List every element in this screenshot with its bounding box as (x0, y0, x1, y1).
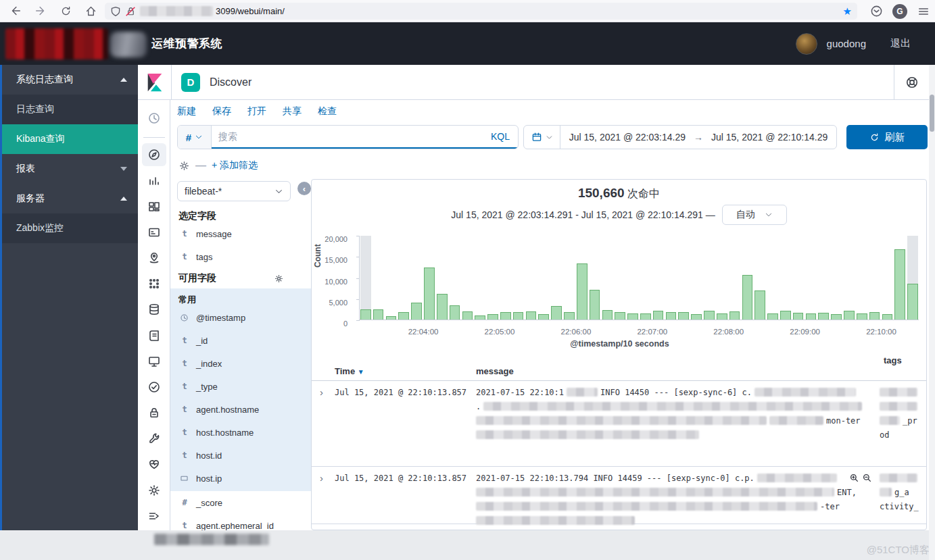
histogram-bar[interactable] (831, 314, 842, 320)
discover-compass-icon[interactable] (142, 143, 166, 166)
histogram-bar[interactable] (500, 312, 511, 320)
histogram-bar[interactable] (526, 311, 537, 320)
histogram-bar[interactable] (844, 311, 855, 320)
field-item-@timestamp[interactable]: @timestamp (170, 306, 311, 329)
sidebar-item-2[interactable]: 日志查询 (0, 95, 138, 124)
magnifier-minus-icon[interactable] (862, 473, 872, 483)
kibana-logo-icon[interactable] (145, 72, 165, 93)
histogram-bar[interactable] (691, 314, 702, 320)
user-avatar[interactable] (796, 33, 817, 55)
reload-icon[interactable] (56, 2, 75, 20)
discover-menu-link-4[interactable]: 共享 (283, 105, 302, 118)
field-item-_score[interactable]: #_score (170, 491, 311, 514)
histogram-bar[interactable] (793, 313, 804, 320)
stack-monitoring-icon[interactable] (142, 453, 166, 476)
filter-settings-gear-icon[interactable] (178, 160, 190, 172)
page-scrollbar[interactable] (929, 65, 935, 560)
pocket-icon[interactable] (870, 5, 883, 18)
sidebar-item-6[interactable]: Zabbix监控 (0, 213, 138, 243)
histogram-bar[interactable] (360, 309, 371, 320)
field-settings-gear-icon[interactable] (274, 274, 284, 284)
dashboard-icon[interactable] (142, 195, 166, 218)
histogram-bar[interactable] (577, 263, 588, 320)
collapse-menu-icon[interactable] (142, 505, 166, 528)
histogram-bar[interactable] (666, 312, 677, 320)
histogram-bar[interactable] (704, 311, 715, 320)
histogram-bar[interactable] (767, 313, 778, 320)
discover-menu-link-5[interactable]: 检查 (318, 105, 337, 118)
apm-icon[interactable] (142, 324, 166, 347)
security-lock-icon[interactable] (142, 401, 166, 424)
logs-icon[interactable] (142, 298, 166, 321)
column-tags[interactable]: tags (884, 355, 902, 365)
browser-account-avatar[interactable]: G (892, 4, 907, 19)
field-item-_index[interactable]: t_index (170, 352, 311, 375)
dev-tools-wrench-icon[interactable] (142, 427, 166, 450)
forward-icon[interactable] (31, 2, 50, 20)
histogram-bar[interactable] (590, 290, 600, 320)
column-time[interactable]: Time ▼ (335, 366, 364, 376)
sidebar-item-4[interactable]: 报表 (0, 154, 138, 184)
column-message[interactable]: message (476, 366, 514, 376)
histogram-bar[interactable] (487, 314, 498, 320)
table-row[interactable]: ›Jul 15, 2021 @ 22:10:13.8572021-07-15 2… (312, 381, 927, 467)
query-language-button[interactable]: KQL (491, 131, 518, 142)
histogram-bar[interactable] (640, 313, 651, 320)
field-item-message[interactable]: tmessage (170, 222, 311, 245)
histogram-bar[interactable] (398, 312, 409, 320)
canvas-icon[interactable] (142, 221, 166, 244)
help-icon[interactable] (894, 65, 930, 100)
histogram-bar[interactable] (564, 312, 575, 320)
histogram-bar[interactable] (462, 311, 473, 320)
histogram-bar[interactable] (386, 316, 397, 320)
histogram-bar[interactable] (411, 303, 422, 320)
discover-menu-link-1[interactable]: 新建 (177, 105, 196, 118)
collapse-sidebar-button[interactable]: ‹ (297, 182, 311, 195)
expand-row-icon[interactable]: › (320, 386, 323, 398)
histogram-bar[interactable] (627, 313, 638, 320)
search-input[interactable] (212, 131, 491, 142)
histogram-bar[interactable] (551, 306, 562, 320)
field-item-host.id[interactable]: thost.id (170, 444, 311, 467)
management-gear-icon[interactable] (142, 479, 166, 502)
histogram-bar[interactable] (869, 312, 880, 320)
histogram-bar[interactable] (882, 314, 893, 320)
interval-select[interactable]: 自动 (722, 205, 787, 225)
field-item-tags[interactable]: ttags (170, 245, 311, 268)
expand-row-icon[interactable]: › (320, 472, 323, 484)
field-item-_type[interactable]: t_type (170, 375, 311, 398)
sidebar-item-5[interactable]: 服务器 (0, 184, 138, 213)
logout-button[interactable]: 退出 (890, 37, 911, 50)
field-item-agent.hostname[interactable]: tagent.hostname (170, 398, 311, 421)
histogram-bar[interactable] (742, 275, 753, 320)
histogram-bar[interactable] (729, 311, 740, 320)
home-icon[interactable] (81, 2, 100, 20)
histogram-bar[interactable] (538, 314, 549, 320)
histogram-bar[interactable] (857, 313, 867, 320)
histogram-bar[interactable] (818, 313, 829, 320)
histogram-bar[interactable] (475, 315, 485, 320)
histogram-bar[interactable] (424, 268, 435, 320)
histogram-bar[interactable] (894, 249, 905, 320)
field-item-host.ip[interactable]: host.ip (170, 467, 311, 490)
time-from[interactable]: Jul 15, 2021 @ 22:03:14.29 (569, 132, 686, 143)
histogram-bar[interactable] (780, 311, 791, 320)
discover-menu-link-2[interactable]: 保存 (212, 105, 231, 118)
field-item-host.hostname[interactable]: thost.hostname (170, 421, 311, 444)
saved-query-menu-button[interactable]: # (178, 126, 212, 149)
index-pattern-select[interactable]: filebeat-* (177, 181, 291, 201)
histogram-chart[interactable]: Count 05,00010,00015,00020,00022:04:0022… (312, 232, 927, 347)
add-filter-link[interactable]: + 添加筛选 (212, 159, 258, 172)
histogram-bar[interactable] (806, 313, 817, 320)
sidebar-item-1[interactable]: 系统日志查询 (0, 65, 138, 95)
scrollbar-thumb[interactable] (930, 95, 934, 132)
bookmark-star-icon[interactable]: ★ (843, 5, 852, 18)
uptime-icon[interactable] (142, 350, 166, 373)
histogram-bar[interactable] (717, 313, 727, 320)
maps-icon[interactable] (142, 247, 166, 270)
field-item-_id[interactable]: t_id (170, 329, 311, 352)
time-to[interactable]: Jul 15, 2021 @ 22:10:14.29 (711, 132, 828, 143)
menu-hamburger-icon[interactable] (917, 5, 930, 18)
recent-clock-icon[interactable] (142, 107, 166, 130)
lock-insecure-icon[interactable] (126, 6, 136, 16)
